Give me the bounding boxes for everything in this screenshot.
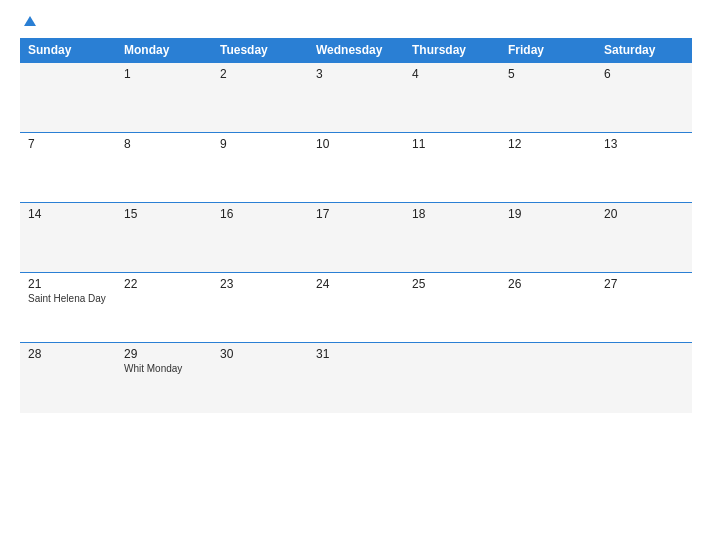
calendar-table: SundayMondayTuesdayWednesdayThursdayFrid… — [20, 38, 692, 413]
day-number: 11 — [412, 137, 492, 151]
day-header-wednesday: Wednesday — [308, 38, 404, 63]
calendar-cell: 6 — [596, 63, 692, 133]
day-header-saturday: Saturday — [596, 38, 692, 63]
day-number: 8 — [124, 137, 204, 151]
day-number: 26 — [508, 277, 588, 291]
calendar-cell — [500, 343, 596, 413]
calendar-cell — [596, 343, 692, 413]
day-number: 23 — [220, 277, 300, 291]
calendar-cell: 13 — [596, 133, 692, 203]
day-number: 25 — [412, 277, 492, 291]
calendar-cell — [20, 63, 116, 133]
calendar-cell: 19 — [500, 203, 596, 273]
day-number: 4 — [412, 67, 492, 81]
calendar-cell: 2 — [212, 63, 308, 133]
calendar-cell: 10 — [308, 133, 404, 203]
calendar-cell: 14 — [20, 203, 116, 273]
day-number: 2 — [220, 67, 300, 81]
day-number: 29 — [124, 347, 204, 361]
calendar-cell: 25 — [404, 273, 500, 343]
day-header-tuesday: Tuesday — [212, 38, 308, 63]
day-number: 10 — [316, 137, 396, 151]
calendar-cell: 17 — [308, 203, 404, 273]
calendar-cell: 7 — [20, 133, 116, 203]
day-number: 31 — [316, 347, 396, 361]
day-number: 12 — [508, 137, 588, 151]
logo-blue-text — [20, 16, 36, 26]
calendar-cell — [404, 343, 500, 413]
calendar-page: SundayMondayTuesdayWednesdayThursdayFrid… — [0, 0, 712, 550]
holiday-label: Whit Monday — [124, 363, 204, 374]
calendar-cell: 15 — [116, 203, 212, 273]
calendar-cell: 5 — [500, 63, 596, 133]
calendar-cell: 31 — [308, 343, 404, 413]
logo — [20, 16, 36, 26]
day-number: 28 — [28, 347, 108, 361]
day-header-sunday: Sunday — [20, 38, 116, 63]
week-row-3: 14151617181920 — [20, 203, 692, 273]
calendar-header — [20, 16, 692, 26]
calendar-cell: 23 — [212, 273, 308, 343]
holiday-label: Saint Helena Day — [28, 293, 108, 304]
day-number: 9 — [220, 137, 300, 151]
calendar-cell: 30 — [212, 343, 308, 413]
day-number: 16 — [220, 207, 300, 221]
calendar-cell: 26 — [500, 273, 596, 343]
calendar-cell: 4 — [404, 63, 500, 133]
week-row-5: 2829Whit Monday3031 — [20, 343, 692, 413]
day-number: 6 — [604, 67, 684, 81]
day-number: 30 — [220, 347, 300, 361]
calendar-cell: 29Whit Monday — [116, 343, 212, 413]
day-header-friday: Friday — [500, 38, 596, 63]
week-row-2: 78910111213 — [20, 133, 692, 203]
day-number: 3 — [316, 67, 396, 81]
week-row-4: 21Saint Helena Day222324252627 — [20, 273, 692, 343]
calendar-cell: 9 — [212, 133, 308, 203]
calendar-cell: 22 — [116, 273, 212, 343]
day-number: 13 — [604, 137, 684, 151]
day-number: 20 — [604, 207, 684, 221]
calendar-cell: 3 — [308, 63, 404, 133]
day-header-monday: Monday — [116, 38, 212, 63]
logo-triangle-icon — [24, 16, 36, 26]
day-number: 19 — [508, 207, 588, 221]
calendar-cell: 8 — [116, 133, 212, 203]
calendar-cell: 21Saint Helena Day — [20, 273, 116, 343]
day-header-row: SundayMondayTuesdayWednesdayThursdayFrid… — [20, 38, 692, 63]
day-number: 1 — [124, 67, 204, 81]
day-number: 27 — [604, 277, 684, 291]
calendar-cell: 12 — [500, 133, 596, 203]
day-number: 21 — [28, 277, 108, 291]
calendar-cell: 27 — [596, 273, 692, 343]
calendar-cell: 1 — [116, 63, 212, 133]
day-number: 15 — [124, 207, 204, 221]
calendar-cell: 20 — [596, 203, 692, 273]
calendar-cell: 18 — [404, 203, 500, 273]
day-number: 7 — [28, 137, 108, 151]
day-header-thursday: Thursday — [404, 38, 500, 63]
calendar-cell: 24 — [308, 273, 404, 343]
day-number: 5 — [508, 67, 588, 81]
day-number: 18 — [412, 207, 492, 221]
calendar-cell: 16 — [212, 203, 308, 273]
week-row-1: 123456 — [20, 63, 692, 133]
calendar-cell: 11 — [404, 133, 500, 203]
day-number: 24 — [316, 277, 396, 291]
day-number: 14 — [28, 207, 108, 221]
day-number: 17 — [316, 207, 396, 221]
day-number: 22 — [124, 277, 204, 291]
calendar-cell: 28 — [20, 343, 116, 413]
